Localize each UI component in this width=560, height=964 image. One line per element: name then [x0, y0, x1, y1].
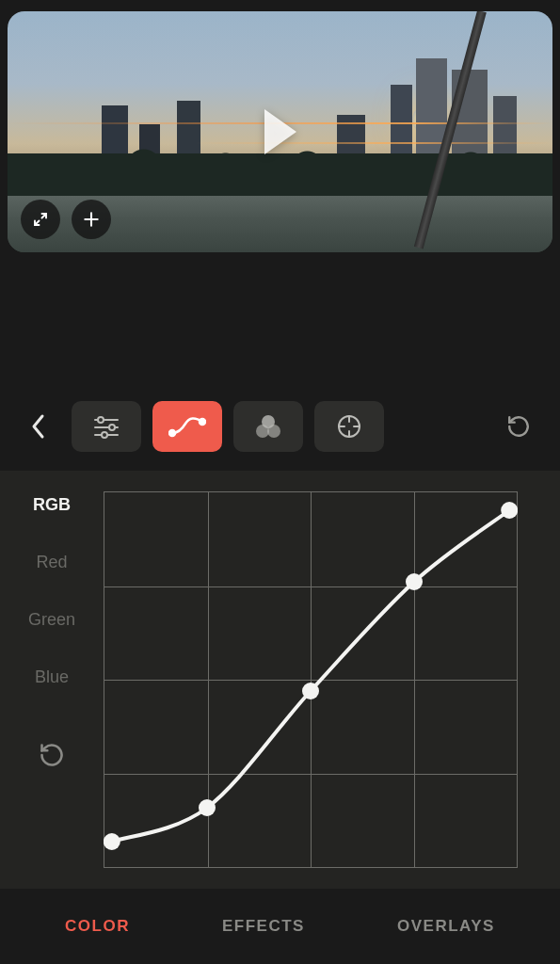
preview-container: [0, 0, 560, 252]
curve-point[interactable]: [501, 502, 518, 519]
tool-color-wheels[interactable]: [233, 401, 303, 452]
undo-icon: [506, 414, 531, 439]
bottom-tab-color[interactable]: COLOR: [65, 917, 130, 936]
curves-panel: RGB Red Green Blue: [0, 471, 560, 889]
expand-button[interactable]: [21, 200, 60, 239]
undo-button[interactable]: [500, 408, 537, 445]
curve-path[interactable]: [112, 510, 509, 842]
svg-point-7: [200, 419, 205, 425]
sliders-icon: [91, 414, 121, 439]
play-icon[interactable]: [264, 109, 296, 154]
video-preview[interactable]: [8, 11, 552, 252]
expand-icon: [32, 211, 49, 228]
preview-controls: [21, 200, 111, 239]
bottom-tab-overlays[interactable]: OVERLAYS: [397, 917, 495, 936]
back-button[interactable]: [23, 403, 55, 450]
color-wheels-icon: [254, 414, 282, 439]
channel-tab-blue[interactable]: Blue: [35, 667, 69, 687]
curve-point[interactable]: [406, 573, 423, 590]
channel-tab-green[interactable]: Green: [28, 610, 75, 630]
svg-point-1: [98, 417, 104, 423]
channel-reset-button[interactable]: [39, 742, 65, 772]
plus-icon: [82, 210, 101, 229]
channel-tabs: RGB Red Green Blue: [0, 491, 104, 870]
svg-point-5: [102, 432, 107, 438]
curve-svg[interactable]: [104, 491, 518, 868]
svg-point-10: [267, 425, 280, 438]
tool-sliders[interactable]: [72, 401, 141, 452]
add-button[interactable]: [72, 200, 111, 239]
preview-trees: [8, 153, 552, 201]
tool-curves[interactable]: [152, 401, 222, 452]
preview-flare: [196, 142, 552, 144]
channel-tab-rgb[interactable]: RGB: [33, 495, 71, 515]
reset-icon: [39, 742, 65, 768]
bottom-tab-effects[interactable]: EFFECTS: [222, 917, 305, 936]
bottom-tabs: COLOR EFFECTS OVERLAYS: [0, 889, 560, 964]
channel-tab-red[interactable]: Red: [36, 553, 67, 572]
color-toolbar: [0, 401, 560, 452]
chevron-left-icon: [30, 412, 47, 441]
curves-icon: [168, 414, 206, 439]
curve-point[interactable]: [104, 833, 120, 850]
svg-point-3: [109, 425, 115, 430]
curve-point[interactable]: [199, 799, 216, 816]
curve-point[interactable]: [302, 683, 319, 699]
svg-point-6: [169, 430, 175, 436]
tool-scopes[interactable]: [314, 401, 384, 452]
curve-editor[interactable]: [104, 491, 518, 868]
scope-icon: [336, 413, 362, 440]
svg-point-9: [256, 425, 269, 438]
video-color-editor: RGB Red Green Blue COLOR EFFECTS OVERLAY…: [0, 0, 560, 964]
